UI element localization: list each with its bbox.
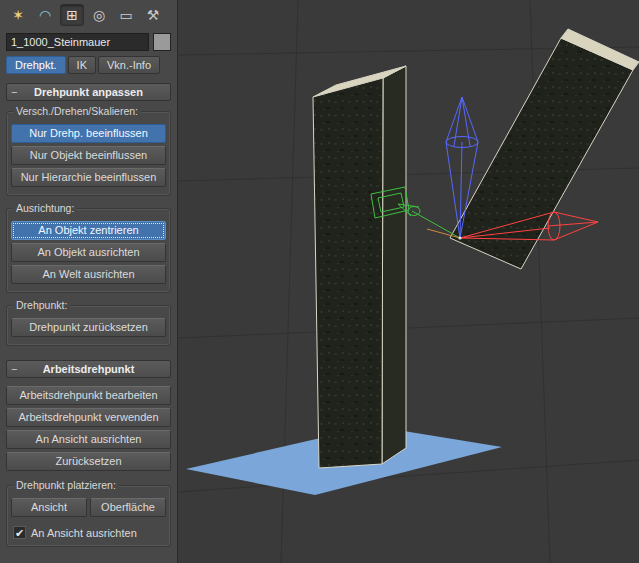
rollout-title: Drehpunkt anpassen — [23, 86, 166, 98]
affect-hierarchy-only-button[interactable]: Nur Hierarchie beeinflussen — [11, 168, 166, 187]
object-color-swatch[interactable] — [153, 33, 171, 51]
use-working-pivot-button[interactable]: Arbeitsdrehpunkt verwenden — [6, 408, 171, 427]
align-to-world-button[interactable]: An Welt ausrichten — [11, 265, 166, 284]
motion-tab-icon[interactable]: ◎ — [87, 4, 111, 26]
viewport-3d[interactable] — [178, 0, 639, 563]
display-tab-icon[interactable]: ▭ — [114, 4, 138, 26]
hierarchy-subtabs: Drehpkt. IK Vkn.-Info — [6, 56, 171, 74]
utilities-tab-icon[interactable]: ⚒ — [141, 4, 165, 26]
reset-working-pivot-button[interactable]: Zurücksetzen — [6, 452, 171, 471]
command-panel-tab-bar: ✶ ◠ ⊞ ◎ ▭ ⚒ — [6, 3, 171, 30]
create-tab-icon[interactable]: ✶ — [6, 4, 30, 26]
gizmo-origin[interactable] — [458, 236, 461, 239]
center-to-object-button[interactable]: An Objekt zentrieren — [11, 221, 166, 240]
group-alignment-label: Ausrichtung: — [13, 202, 77, 214]
group-pivot: Drehpunkt: Drehpunkt zurücksetzen — [6, 305, 171, 346]
modify-tab-icon[interactable]: ◠ — [33, 4, 57, 26]
group-alignment: Ausrichtung: An Objekt zentrieren An Obj… — [6, 208, 171, 293]
align-to-view-button[interactable]: An Ansicht ausrichten — [6, 430, 171, 449]
collapse-icon: − — [11, 86, 23, 98]
affect-pivot-only-button[interactable]: Nur Drehp. beeinflussen — [11, 124, 166, 143]
rollout-working-pivot-header[interactable]: − Arbeitsdrehpunkt — [6, 360, 171, 378]
reset-pivot-button[interactable]: Drehpunkt zurücksetzen — [11, 318, 166, 337]
object-name-row: 1_1000_Steinmauer — [6, 33, 171, 51]
align-to-view-checkbox-label: An Ansicht ausrichten — [31, 527, 137, 539]
group-place-pivot: Drehpunkt platzieren: Ansicht Oberfläche… — [6, 485, 171, 547]
align-to-view-checkbox[interactable]: ✔ — [13, 526, 26, 539]
align-to-view-checkbox-row: ✔ An Ansicht ausrichten — [13, 526, 164, 539]
place-surface-button[interactable]: Oberfläche — [90, 498, 166, 517]
collapse-icon: − — [11, 363, 23, 375]
tab-link-info[interactable]: Vkn.-Info — [98, 56, 160, 74]
stone-wall-vertical[interactable] — [313, 66, 406, 468]
tab-ik[interactable]: IK — [68, 56, 96, 74]
command-panel: ✶ ◠ ⊞ ◎ ▭ ⚒ 1_1000_Steinmauer Drehpkt. I… — [0, 0, 178, 563]
group-move-rotate-scale: Versch./Drehen/Skalieren: Nur Drehp. bee… — [6, 111, 171, 196]
edit-working-pivot-button[interactable]: Arbeitsdrehpunkt bearbeiten — [6, 386, 171, 405]
group-pivot-label: Drehpunkt: — [13, 299, 70, 311]
affect-object-only-button[interactable]: Nur Objekt beeinflussen — [11, 146, 166, 165]
hierarchy-tab-icon[interactable]: ⊞ — [60, 4, 84, 26]
object-name-field[interactable]: 1_1000_Steinmauer — [6, 33, 149, 51]
group-move-label: Versch./Drehen/Skalieren: — [13, 105, 141, 117]
tab-pivot[interactable]: Drehpkt. — [6, 56, 66, 74]
place-view-button[interactable]: Ansicht — [11, 498, 87, 517]
group-place-pivot-label: Drehpunkt platzieren: — [13, 479, 119, 491]
rollout-adjust-pivot-header[interactable]: − Drehpunkt anpassen — [6, 83, 171, 101]
rollout-title: Arbeitsdrehpunkt — [23, 363, 166, 375]
align-to-object-button[interactable]: An Objekt ausrichten — [11, 243, 166, 262]
